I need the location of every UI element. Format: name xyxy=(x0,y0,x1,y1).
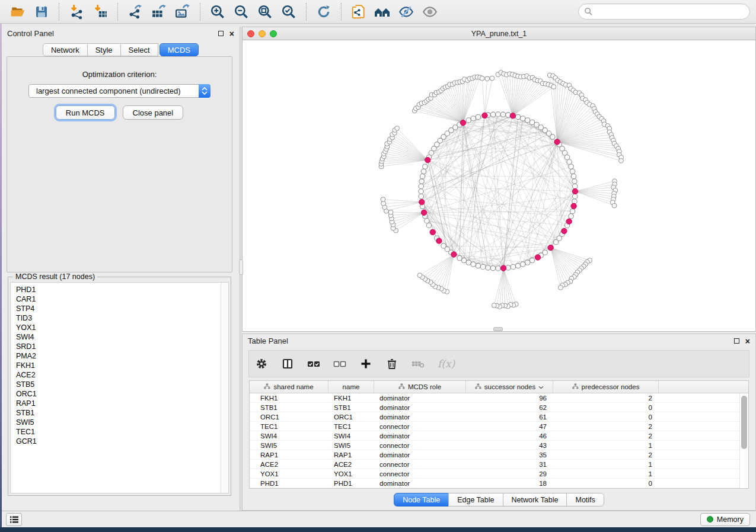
search-input[interactable] xyxy=(593,8,744,16)
hide-graphics-details-button[interactable] xyxy=(396,2,416,21)
tab-network-table[interactable]: Network Table xyxy=(503,493,567,507)
table-row[interactable]: FKH1FKH1dominator962 xyxy=(250,393,739,403)
show-task-history-button[interactable] xyxy=(6,513,22,526)
graph-node[interactable] xyxy=(515,263,520,268)
window-minimize-button[interactable] xyxy=(259,30,266,37)
mcds-node[interactable] xyxy=(482,113,487,118)
graph-node[interactable] xyxy=(471,262,476,267)
mcds-node[interactable] xyxy=(535,255,540,260)
network-canvas[interactable] xyxy=(243,40,755,331)
close-table-panel-icon[interactable]: × xyxy=(745,337,750,345)
table-row[interactable]: SWI5SWI5connector431 xyxy=(250,441,739,450)
mcds-node[interactable] xyxy=(571,203,576,209)
tab-edge-table[interactable]: Edge Table xyxy=(448,493,503,507)
graph-node[interactable] xyxy=(471,116,476,121)
tab-style[interactable]: Style xyxy=(87,43,121,56)
graph-node[interactable] xyxy=(529,258,534,262)
graph-leaf-node[interactable] xyxy=(417,273,422,278)
mcds-result-item[interactable]: CAR1 xyxy=(16,294,228,304)
graph-node[interactable] xyxy=(457,255,462,260)
table-row[interactable]: ORC1ORC1dominator610 xyxy=(250,412,739,422)
zoom-fit-button[interactable] xyxy=(255,2,275,21)
tab-select[interactable]: Select xyxy=(120,43,158,56)
graph-node[interactable] xyxy=(419,179,424,184)
graph-node[interactable] xyxy=(571,174,576,178)
deselect-all-rows-button[interactable] xyxy=(333,357,346,370)
mcds-node[interactable] xyxy=(436,238,442,243)
graph-leaf-node[interactable] xyxy=(559,286,563,290)
close-panel-button[interactable]: Close panel xyxy=(123,105,184,120)
graph-node[interactable] xyxy=(550,134,555,139)
network-window-titlebar[interactable]: YPA_prune.txt_1 xyxy=(243,27,755,40)
table-row[interactable]: PHD1PHD1dominator180 xyxy=(250,479,739,488)
graph-node[interactable] xyxy=(486,265,490,270)
mcds-result-item[interactable]: PHD1 xyxy=(16,285,228,294)
graph-node[interactable] xyxy=(496,266,500,271)
table-row[interactable]: TEC1TEC1connector472 xyxy=(250,422,739,431)
apply-function-button[interactable]: f(x) xyxy=(438,358,455,370)
column-visibility-button[interactable] xyxy=(281,357,294,370)
search-box[interactable] xyxy=(578,4,750,20)
mcds-result-item[interactable]: STB5 xyxy=(16,380,228,389)
mcds-result-item[interactable]: STP4 xyxy=(16,304,228,313)
float-table-panel-icon[interactable] xyxy=(734,338,739,344)
run-mcds-button[interactable]: Run MCDS xyxy=(56,105,115,120)
graph-leaf-node[interactable] xyxy=(485,76,490,81)
table-row[interactable]: RAP1RAP1dominator352 xyxy=(250,450,739,460)
mcds-node[interactable] xyxy=(566,219,572,224)
float-panel-icon[interactable] xyxy=(218,31,224,36)
graph-node[interactable] xyxy=(420,174,425,178)
vertical-splitter-handle[interactable] xyxy=(239,259,243,275)
mcds-result-scrollbar[interactable] xyxy=(221,283,228,493)
graph-leaf-node[interactable] xyxy=(381,197,385,202)
graph-node[interactable] xyxy=(423,164,428,169)
window-close-button[interactable] xyxy=(247,30,254,37)
mcds-node[interactable] xyxy=(419,199,425,204)
graph-node[interactable] xyxy=(521,262,525,267)
graph-node[interactable] xyxy=(476,263,480,268)
refresh-button[interactable] xyxy=(314,2,334,21)
graph-leaf-node[interactable] xyxy=(612,203,617,208)
mcds-result-item[interactable]: YOX1 xyxy=(16,323,228,332)
graph-node[interactable] xyxy=(570,209,575,213)
graph-node[interactable] xyxy=(490,266,495,271)
save-session-button[interactable] xyxy=(31,2,52,21)
graph-node[interactable] xyxy=(466,260,471,265)
graph-node[interactable] xyxy=(525,260,530,265)
column-header-predecessor-nodes[interactable]: predecessor nodes xyxy=(553,381,659,393)
graph-leaf-node[interactable] xyxy=(551,85,556,89)
mcds-node[interactable] xyxy=(430,229,435,235)
mcds-result-item[interactable]: TEC1 xyxy=(16,427,228,437)
graph-node[interactable] xyxy=(419,184,423,188)
table-row[interactable]: STB1STB1dominator620 xyxy=(250,403,739,412)
graph-node[interactable] xyxy=(521,116,525,121)
import-table-button[interactable] xyxy=(90,2,110,21)
select-all-rows-button[interactable] xyxy=(307,357,320,370)
table-row[interactable]: YOX1YOX1connector291 xyxy=(250,469,739,479)
table-scrollbar-thumb[interactable] xyxy=(741,396,747,449)
mcds-node[interactable] xyxy=(572,188,578,194)
table-settings-button[interactable] xyxy=(255,357,268,370)
show-graphics-details-button[interactable] xyxy=(420,2,440,21)
network-from-document-button[interactable] xyxy=(349,2,369,21)
mcds-result-item[interactable]: FKH1 xyxy=(16,361,228,370)
graph-node[interactable] xyxy=(511,264,515,269)
zoom-selected-button[interactable] xyxy=(279,2,299,21)
mcds-result-item[interactable]: TID3 xyxy=(16,313,228,323)
mcds-node[interactable] xyxy=(451,252,457,257)
mcds-result-item[interactable]: STB1 xyxy=(16,408,228,418)
graph-node[interactable] xyxy=(567,159,572,164)
mcds-result-item[interactable]: RAP1 xyxy=(16,399,228,408)
graph-leaf-node[interactable] xyxy=(619,158,624,163)
table-scrollbar[interactable] xyxy=(739,393,748,488)
graph-node[interactable] xyxy=(426,223,431,227)
graph-node[interactable] xyxy=(573,184,578,188)
graph-node[interactable] xyxy=(480,264,485,269)
column-header-name[interactable]: name xyxy=(328,381,374,393)
tab-node-table[interactable]: Node Table xyxy=(394,493,449,507)
graph-leaf-node[interactable] xyxy=(480,76,484,81)
zoom-out-button[interactable] xyxy=(231,2,251,21)
mcds-result-item[interactable]: PMA2 xyxy=(16,351,228,361)
column-header-MCDS-role[interactable]: MCDS role xyxy=(374,381,466,393)
column-header-shared-name[interactable]: shared name xyxy=(250,381,328,393)
